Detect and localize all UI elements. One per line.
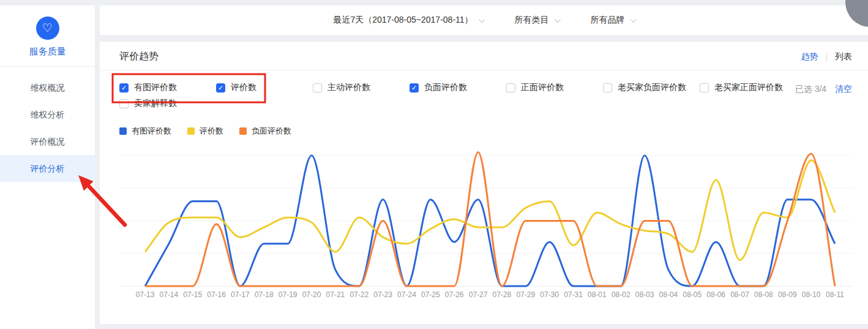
x-tick-label: 08-01 <box>588 290 607 299</box>
legend-swatch <box>239 127 247 135</box>
checkbox[interactable]: ✓ <box>410 83 419 93</box>
sidebar: ♡ 服务质量 维权概况 维权分析 评价概况 评价分析 <box>0 6 95 329</box>
x-tick-label: 08-02 <box>612 290 630 299</box>
sidebar-item-label: 评价概况 <box>31 137 65 146</box>
page: ♡ 服务质量 维权概况 维权分析 评价概况 评价分析 最近7天（2017-08-… <box>0 0 868 329</box>
legend-item[interactable]: 负面评价数 <box>239 126 291 137</box>
x-tick-label: 07-17 <box>231 290 250 299</box>
x-tick-label: 07-22 <box>350 290 369 299</box>
x-tick-label: 07-28 <box>493 290 512 299</box>
sidebar-item-label: 评价分析 <box>31 164 65 173</box>
chevron-down-icon <box>555 17 561 23</box>
filter-toolbar: 最近7天（2017-08-05~2017-08-11） 所有类目 所有品牌 <box>100 6 868 35</box>
x-tick-label: 08-06 <box>706 290 725 299</box>
x-tick-label: 07-18 <box>255 290 274 299</box>
x-tick-label: 08-10 <box>802 290 821 299</box>
metric-checkbox[interactable]: ✓ 有图评价数 <box>119 80 216 96</box>
x-tick-label: 07-16 <box>207 290 226 299</box>
legend-label: 评价数 <box>200 126 223 137</box>
metric-label: 负面评价数 <box>424 82 467 93</box>
sidebar-item-label: 维权分析 <box>31 110 65 119</box>
brand-filter[interactable]: 所有品牌 <box>591 15 635 26</box>
chevron-down-icon <box>630 17 637 23</box>
metric-label: 老买家负面评价数 <box>618 82 686 93</box>
x-tick-label: 07-25 <box>421 290 440 299</box>
checkbox[interactable]: ✓ <box>119 83 129 93</box>
x-tick-label: 07-27 <box>469 290 488 299</box>
brand-value: 所有品牌 <box>591 15 625 26</box>
metric-label: 卖家解释数 <box>134 98 177 109</box>
checkbox[interactable]: ✓ <box>119 99 129 108</box>
trend-panel: 评价趋势 趋势 | 列表 ✓ 有图评价数 ✓ 评价数 ✓ 主动评价数 ✓ 负面评… <box>100 42 868 324</box>
x-tick-label: 08-03 <box>635 290 654 299</box>
x-tick-label: 08-05 <box>683 290 702 299</box>
legend-swatch <box>119 127 127 135</box>
selection-summary: 已选 3/4 清空 <box>795 84 852 95</box>
sidebar-item-4[interactable]: 评价分析 <box>0 155 95 182</box>
metric-checkbox[interactable]: ✓ 主动评价数 <box>313 80 410 96</box>
legend-item[interactable]: 有图评价数 <box>119 126 171 137</box>
tab-list[interactable]: 列表 <box>835 51 852 61</box>
legend-label: 有图评价数 <box>132 126 171 137</box>
x-axis-labels: 07-1307-1407-1507-1607-1707-1807-1907-20… <box>110 290 858 300</box>
heart-icon: ♡ <box>42 22 53 34</box>
service-quality-logo: ♡ <box>36 17 59 40</box>
x-tick-label: 07-15 <box>183 290 202 299</box>
x-tick-label: 07-29 <box>516 290 535 299</box>
tab-trend[interactable]: 趋势 <box>801 51 818 61</box>
sidebar-item-1[interactable]: 维权概况 <box>0 74 95 101</box>
legend-item[interactable]: 评价数 <box>187 126 223 137</box>
sidebar-item-2[interactable]: 维权分析 <box>0 101 95 128</box>
checkbox[interactable]: ✓ <box>700 83 709 93</box>
date-range-value: 最近7天（2017-08-05~2017-08-11） <box>333 15 473 26</box>
x-tick-label: 07-26 <box>445 290 464 299</box>
x-tick-label: 07-31 <box>564 290 583 299</box>
check-icon: ✓ <box>218 85 223 91</box>
x-tick-label: 07-19 <box>279 290 297 299</box>
x-tick-label: 07-20 <box>302 290 321 299</box>
x-tick-label: 07-13 <box>136 290 155 299</box>
checkbox[interactable]: ✓ <box>313 83 322 93</box>
metric-checkbox[interactable]: ✓ 正面评价数 <box>506 80 603 96</box>
trend-line-chart[interactable] <box>110 146 858 299</box>
x-tick-label: 08-11 <box>826 290 844 299</box>
panel-header: 评价趋势 趋势 | 列表 <box>100 42 868 70</box>
date-range-filter[interactable]: 最近7天（2017-08-05~2017-08-11） <box>333 15 482 26</box>
x-tick-label: 08-09 <box>778 290 797 299</box>
clear-selection-button[interactable]: 清空 <box>835 84 852 94</box>
metric-checkbox-group: ✓ 有图评价数 ✓ 评价数 ✓ 主动评价数 ✓ 负面评价数 ✓ 正面评价数 ✓ … <box>119 80 811 112</box>
x-tick-label: 07-30 <box>540 290 559 299</box>
metric-checkbox[interactable]: ✓ 老买家负面评价数 <box>603 80 700 96</box>
metric-label: 主动评价数 <box>327 82 370 93</box>
sidebar-item-3[interactable]: 评价概况 <box>0 128 95 155</box>
metric-checkbox[interactable]: ✓ 评价数 <box>216 80 313 96</box>
page-title: 评价趋势 <box>119 50 159 63</box>
x-tick-label: 07-23 <box>373 290 392 299</box>
legend-label: 负面评价数 <box>252 126 291 137</box>
view-toggle: 趋势 | 列表 <box>801 51 852 62</box>
metric-checkbox[interactable]: ✓ 卖家解释数 <box>119 96 216 112</box>
checkbox[interactable]: ✓ <box>216 83 225 93</box>
category-filter[interactable]: 所有类目 <box>515 15 559 26</box>
x-tick-label: 08-08 <box>754 290 773 299</box>
x-tick-label: 07-24 <box>397 290 416 299</box>
chevron-down-icon <box>479 17 485 23</box>
metric-label: 评价数 <box>231 82 256 93</box>
checkbox[interactable]: ✓ <box>506 83 515 93</box>
metric-checkbox[interactable]: ✓ 负面评价数 <box>410 80 506 96</box>
metric-label: 有图评价数 <box>134 82 177 93</box>
selected-count: 已选 3/4 <box>795 84 826 94</box>
sidebar-menu: 维权概况 维权分析 评价概况 评价分析 <box>0 67 95 182</box>
check-icon: ✓ <box>121 85 127 91</box>
x-tick-label: 07-21 <box>326 290 345 299</box>
sidebar-header: ♡ 服务质量 <box>0 6 95 67</box>
checkbox[interactable]: ✓ <box>603 83 612 93</box>
x-tick-label: 08-07 <box>730 290 749 299</box>
metric-checkbox[interactable]: ✓ 老买家正面评价数 <box>700 80 796 96</box>
category-value: 所有类目 <box>515 15 549 26</box>
x-tick-label: 08-04 <box>659 290 678 299</box>
series-line-负面评价数 <box>145 153 835 287</box>
view-separator: | <box>825 51 828 61</box>
check-icon: ✓ <box>411 85 417 91</box>
chart-legend: 有图评价数 评价数 负面评价数 <box>119 126 291 137</box>
